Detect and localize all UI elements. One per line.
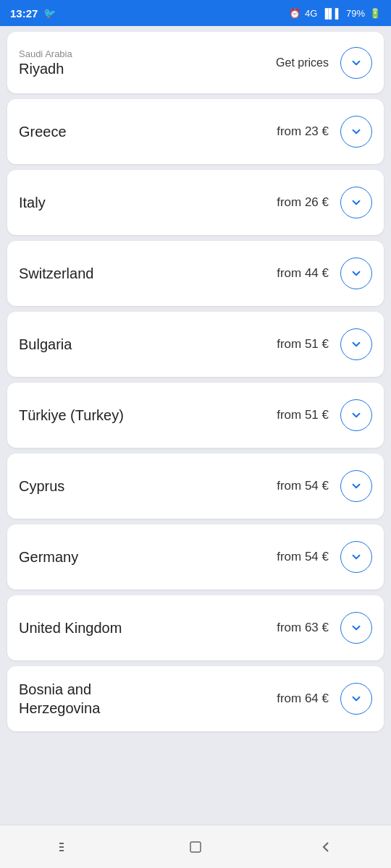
card-left-switzerland: Switzerland	[19, 265, 93, 282]
price-bulgaria: from 51 €	[277, 337, 329, 352]
card-left-germany: Germany	[19, 549, 78, 566]
nav-home-icon[interactable]	[174, 833, 217, 861]
content-area: Saudi ArabiaRiyadhGet pricesGreecefrom 2…	[0, 26, 391, 825]
expand-button-uk[interactable]	[340, 612, 372, 644]
status-bar: 13:27 🐦 ⏰ 4G ▐▌▌ 79% 🔋	[0, 0, 391, 26]
country-name-italy: Italy	[19, 195, 46, 211]
bottom-nav	[0, 825, 391, 868]
status-time: 13:27	[10, 7, 38, 20]
card-right-bulgaria: from 51 €	[277, 328, 372, 360]
signal-icon: 4G	[305, 8, 317, 19]
country-name-cyprus: Cyprus	[19, 478, 64, 495]
card-right-cyprus: from 54 €	[277, 470, 372, 502]
country-name-saudi-arabia: Riyadh	[19, 61, 72, 77]
expand-button-turkey[interactable]	[340, 399, 372, 431]
country-card-cyprus[interactable]: Cyprusfrom 54 €	[7, 454, 384, 519]
card-left-uk: United Kingdom	[19, 620, 122, 637]
country-name-bosnia: Bosnia andHerzegovina	[19, 680, 100, 718]
nav-back-icon[interactable]	[304, 833, 348, 861]
price-switzerland: from 44 €	[277, 266, 329, 281]
country-card-saudi-arabia[interactable]: Saudi ArabiaRiyadhGet prices	[7, 32, 384, 93]
battery-icon: 🔋	[369, 8, 381, 19]
expand-button-saudi-arabia[interactable]	[340, 47, 372, 79]
country-card-germany[interactable]: Germanyfrom 54 €	[7, 524, 384, 590]
card-left-saudi-arabia: Saudi ArabiaRiyadh	[19, 48, 72, 77]
country-name-uk: United Kingdom	[19, 620, 122, 637]
expand-button-cyprus[interactable]	[340, 470, 372, 502]
price-italy: from 26 €	[277, 195, 329, 210]
country-card-turkey[interactable]: Türkiye (Turkey)from 51 €	[7, 383, 384, 448]
status-right: ⏰ 4G ▐▌▌ 79% 🔋	[289, 8, 381, 19]
expand-button-germany[interactable]	[340, 541, 372, 573]
card-right-italy: from 26 €	[277, 187, 372, 218]
card-left-bosnia: Bosnia andHerzegovina	[19, 680, 100, 718]
country-card-uk[interactable]: United Kingdomfrom 63 €	[7, 595, 384, 660]
country-name-greece: Greece	[19, 124, 67, 140]
card-left-italy: Italy	[19, 195, 46, 211]
svg-rect-3	[190, 842, 201, 852]
nav-menu-icon[interactable]	[43, 833, 87, 861]
price-turkey: from 51 €	[277, 408, 329, 422]
price-germany: from 54 €	[277, 550, 329, 564]
country-name-switzerland: Switzerland	[19, 265, 93, 282]
card-left-cyprus: Cyprus	[19, 478, 64, 495]
expand-button-switzerland[interactable]	[340, 258, 372, 289]
twitter-icon: 🐦	[43, 7, 56, 19]
country-name-turkey: Türkiye (Turkey)	[19, 407, 124, 424]
expand-button-italy[interactable]	[340, 187, 372, 218]
country-card-bosnia[interactable]: Bosnia andHerzegovinafrom 64 €	[7, 666, 384, 731]
expand-button-bulgaria[interactable]	[340, 328, 372, 360]
card-left-turkey: Türkiye (Turkey)	[19, 407, 124, 424]
expand-button-greece[interactable]	[340, 116, 372, 148]
country-card-switzerland[interactable]: Switzerlandfrom 44 €	[7, 241, 384, 306]
card-left-bulgaria: Bulgaria	[19, 336, 72, 353]
card-left-greece: Greece	[19, 124, 67, 140]
country-card-bulgaria[interactable]: Bulgariafrom 51 €	[7, 312, 384, 377]
alarm-icon: ⏰	[289, 8, 300, 19]
price-uk: from 63 €	[277, 621, 329, 635]
card-right-turkey: from 51 €	[277, 399, 372, 431]
bars-icon: ▐▌▌	[321, 8, 342, 19]
card-right-greece: from 23 €	[277, 116, 372, 148]
price-greece: from 23 €	[277, 124, 329, 139]
expand-button-bosnia[interactable]	[340, 683, 372, 715]
country-subtitle-saudi-arabia: Saudi Arabia	[19, 48, 72, 59]
card-right-switzerland: from 44 €	[277, 258, 372, 289]
card-right-saudi-arabia: Get prices	[276, 47, 372, 79]
get-prices-label-saudi-arabia: Get prices	[276, 56, 329, 69]
country-name-germany: Germany	[19, 549, 78, 566]
status-left: 13:27 🐦	[10, 7, 56, 20]
country-card-italy[interactable]: Italyfrom 26 €	[7, 170, 384, 235]
country-card-greece[interactable]: Greecefrom 23 €	[7, 99, 384, 164]
price-bosnia: from 64 €	[277, 692, 329, 706]
battery-text: 79%	[346, 8, 365, 19]
card-right-uk: from 63 €	[277, 612, 372, 644]
country-name-bulgaria: Bulgaria	[19, 336, 72, 353]
card-right-bosnia: from 64 €	[277, 683, 372, 715]
card-right-germany: from 54 €	[277, 541, 372, 573]
price-cyprus: from 54 €	[277, 479, 329, 493]
